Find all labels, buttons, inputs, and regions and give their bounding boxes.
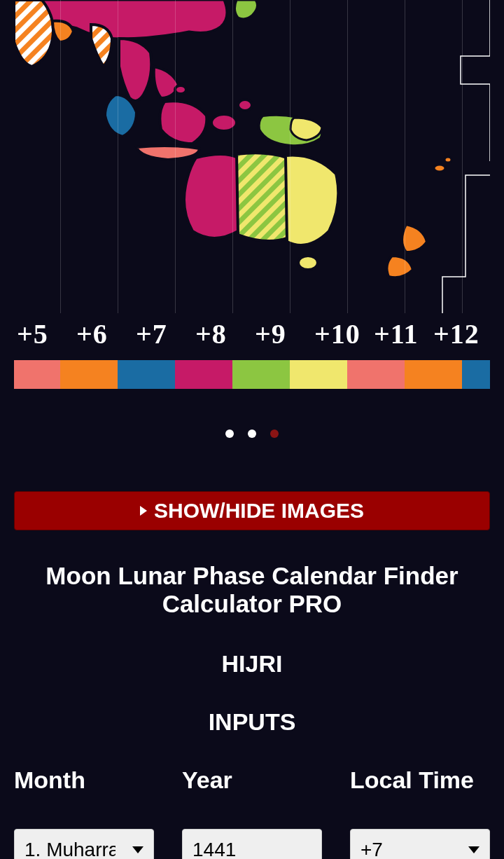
show-hide-images-button[interactable]: SHOW/HIDE IMAGES [14,491,490,530]
tz-label: +10 [312,313,371,355]
timezone-map[interactable]: +5 +6 +7 +8 +9 +10 +11 +12 [14,0,490,389]
svg-point-6 [175,85,186,94]
svg-point-4 [211,114,237,131]
tz-label: +12 [430,313,490,355]
carousel-dot[interactable] [225,430,234,438]
carousel-dots [14,430,490,438]
timezone-labels-row: +5 +6 +7 +8 +9 +10 +11 +12 [14,313,490,355]
tz-label: +5 [14,313,74,355]
triangle-right-icon [140,506,147,516]
svg-point-7 [298,256,318,270]
svg-point-5 [238,99,252,111]
carousel-dot[interactable] [248,430,256,438]
tz-label: +9 [252,313,312,355]
show-hide-images-label: SHOW/HIDE IMAGES [154,499,364,523]
localtime-label: Local Time [350,767,490,794]
tz-label: +6 [74,313,133,355]
svg-point-8 [434,165,445,172]
tz-label: +7 [133,313,192,355]
localtime-select-value: +7 [360,839,383,860]
timezone-legend-strip [14,360,490,389]
page-title: Moon Lunar Phase Calendar Finder Calcula… [14,562,490,619]
subtitle-hijri: HIJRI [14,650,490,678]
month-select-value: 1. Muharram [24,839,115,860]
tz-label: +11 [371,313,430,355]
tz-label: +8 [192,313,252,355]
year-label: Year [182,767,350,794]
input-labels-row: Month Year Local Time [14,767,490,794]
carousel-dot-active[interactable] [270,430,279,438]
localtime-select[interactable]: +7 [350,829,490,860]
month-label: Month [14,767,182,794]
year-input-value: 1441 [192,839,236,860]
subtitle-inputs: INPUTS [14,708,490,736]
year-input[interactable]: 1441 [182,829,322,860]
svg-point-9 [444,157,451,163]
month-select[interactable]: 1. Muharram [14,829,154,860]
input-fields-row: 1. Muharram 1441 +7 [14,829,490,860]
